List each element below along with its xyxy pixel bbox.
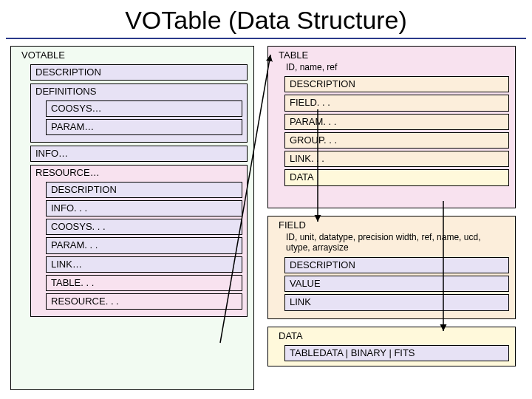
definitions-param: PARAM… bbox=[46, 119, 242, 135]
data-child: TABLEDATA | BINARY | FITS bbox=[284, 345, 509, 361]
votable-box: VOTABLE DESCRIPTION DEFINITIONS COOSYS… … bbox=[10, 46, 254, 390]
data-label: DATA bbox=[274, 329, 509, 343]
table-label: TABLE bbox=[274, 48, 509, 62]
resource-description: DESCRIPTION bbox=[46, 182, 242, 198]
resource-coosys: COOSYS. . . bbox=[46, 219, 242, 235]
field-value: VALUE bbox=[284, 276, 509, 292]
resource-resource: RESOURCE. . . bbox=[46, 293, 242, 310]
table-description: DESCRIPTION bbox=[284, 76, 509, 92]
field-label: FIELD bbox=[274, 218, 509, 232]
definitions-box: DEFINITIONS COOSYS… PARAM… bbox=[30, 83, 248, 143]
resource-param: PARAM. . . bbox=[46, 237, 242, 253]
resource-table: TABLE. . . bbox=[46, 275, 242, 291]
table-attrs: ID, name, ref bbox=[274, 62, 509, 74]
table-data: DATA bbox=[284, 169, 509, 185]
table-box: TABLE ID, name, ref DESCRIPTION FIELD. .… bbox=[267, 46, 516, 208]
page-title: VOTable (Data Structure) bbox=[6, 0, 526, 39]
votable-label: VOTABLE bbox=[17, 48, 248, 62]
votable-description: DESCRIPTION bbox=[30, 64, 248, 81]
resource-info: INFO. . . bbox=[46, 200, 242, 216]
table-group: GROUP. . . bbox=[284, 132, 509, 149]
diagram-stage: VOTABLE DESCRIPTION DEFINITIONS COOSYS… … bbox=[0, 41, 532, 399]
table-field: FIELD. . . bbox=[284, 95, 509, 111]
field-link: LINK bbox=[284, 294, 509, 310]
field-attrs: ID, unit, datatype, precision width, ref… bbox=[274, 232, 509, 255]
table-param: PARAM. . . bbox=[284, 114, 509, 130]
definitions-label: DEFINITIONS bbox=[35, 86, 242, 98]
field-box: FIELD ID, unit, datatype, precision widt… bbox=[267, 216, 516, 319]
definitions-coosys: COOSYS… bbox=[46, 100, 242, 117]
table-link: LINK. . . bbox=[284, 151, 509, 167]
votable-info: INFO… bbox=[30, 146, 248, 162]
field-description: DESCRIPTION bbox=[284, 257, 509, 273]
data-box: DATA TABLEDATA | BINARY | FITS bbox=[267, 327, 516, 366]
resource-label: RESOURCE… bbox=[35, 167, 242, 179]
resource-box: RESOURCE… DESCRIPTION INFO. . . COOSYS. … bbox=[30, 165, 248, 317]
resource-link: LINK… bbox=[46, 256, 242, 273]
